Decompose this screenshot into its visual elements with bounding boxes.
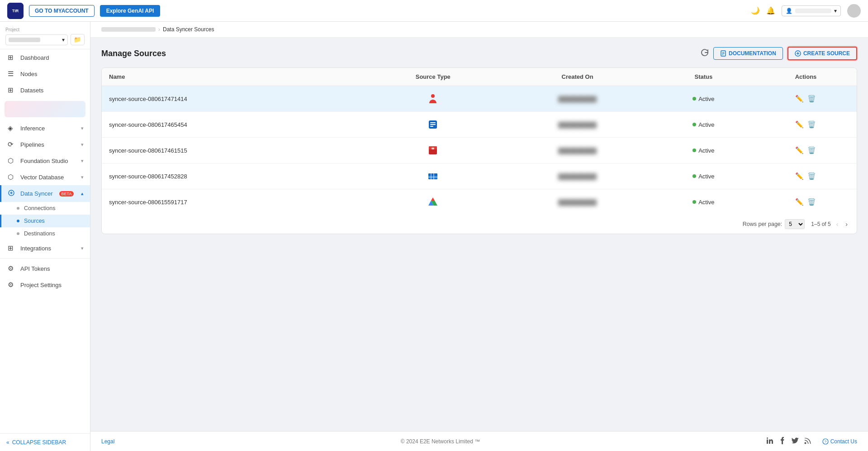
delete-source-button[interactable]: 🗑️ [807,172,816,180]
source-type-icon [363,138,503,163]
source-status: Active [652,189,755,215]
sidebar-item-vector-database[interactable]: ⬡ Vector Database ▾ [0,169,90,185]
legal-link[interactable]: Legal [101,438,114,445]
sidebar: Project ▾ 📁 ⊞ Dashboard ☰ Nodes ⊞ Datase… [0,22,90,451]
delete-source-button[interactable]: 🗑️ [807,198,816,206]
source-status: Active [652,138,755,163]
svg-point-29 [767,437,768,439]
svg-rect-12 [430,122,436,123]
delete-source-button[interactable]: 🗑️ [807,95,816,103]
datasets-icon: ⊞ [8,86,16,94]
chevron-down-icon: ▾ [81,174,84,180]
delete-source-button[interactable]: 🗑️ [807,146,816,154]
breadcrumb-parent-link[interactable] [101,27,156,32]
table-row: syncer-source-080617452828 ██████████ Ac… [102,163,857,189]
sidebar-item-api-tokens[interactable]: ⚙ API Tokens [0,260,90,277]
topnav-right: 🌙 🔔 👤 ▾ [751,4,861,18]
table-row: syncer-source-080617465454 ██████████ Ac… [102,112,857,138]
user-icon: 👤 [786,8,792,14]
sidebar-item-datasets[interactable]: ⊞ Datasets [0,82,90,98]
collapse-sidebar-button[interactable]: « COLLAPSE SIDEBAR [0,433,90,451]
topnav-left: TIR GO TO MYACCOUNT Explore GenAI API [7,3,160,19]
sidebar-item-nodes[interactable]: ☰ Nodes [0,66,90,82]
twitter-icon[interactable] [792,437,799,446]
source-actions: ✏️ 🗑️ [755,189,857,215]
chevron-down-icon: ▾ [81,142,84,148]
page-title: Manage Sources [101,49,166,58]
collapse-icon: « [6,439,9,446]
project-select-wrap: Project ▾ 📁 [0,22,90,49]
sidebar-item-integrations[interactable]: ⊞ Integrations ▾ [0,240,90,256]
chevron-down-icon: ▾ [81,158,84,164]
collapse-label: COLLAPSE SIDEBAR [12,439,66,446]
svg-rect-13 [430,124,436,125]
prev-page-button[interactable]: ‹ [835,220,840,229]
sidebar-item-dashboard[interactable]: ⊞ Dashboard [0,49,90,66]
svg-rect-14 [430,126,433,127]
linkedin-icon[interactable] [766,437,773,446]
edit-source-button[interactable]: ✏️ [795,172,804,180]
sidebar-item-label: Project Settings [20,282,62,288]
source-created-on: ██████████ [503,86,652,112]
go-to-myaccount-button[interactable]: GO TO MYACCOUNT [29,5,95,17]
theme-toggle-button[interactable]: 🌙 [751,6,760,15]
svg-point-10 [431,94,435,98]
project-folder-button[interactable]: 📁 [71,34,85,45]
source-status: Active [652,112,755,138]
rows-per-page-select[interactable]: 5 10 25 [785,219,805,229]
sidebar-item-label: Pipelines [20,141,44,148]
source-name: syncer-source-080617471414 [102,86,363,112]
subitem-label: Destinations [24,230,55,237]
edit-source-button[interactable]: ✏️ [795,95,804,103]
source-created-on: ██████████ [503,163,652,189]
refresh-button[interactable] [701,48,709,58]
col-actions: Actions [755,68,857,86]
next-page-button[interactable]: › [844,220,849,229]
upgrade-banner[interactable] [5,101,85,117]
edit-source-button[interactable]: ✏️ [795,146,804,154]
sidebar-subitem-sources[interactable]: Sources [0,215,90,227]
user-account-select[interactable]: 👤 ▾ [782,5,841,16]
user-label [795,9,831,13]
sidebar-item-data-syncer[interactable]: Data Syncer BETA ▴ [0,185,90,202]
sources-table-container: Name Source Type Created On Status Actio… [101,67,857,234]
sidebar-subitem-connections[interactable]: Connections [0,202,90,215]
explore-genai-button[interactable]: Explore GenAI API [100,5,161,17]
table-row: syncer-source-080617461515 ██████████ Ac… [102,138,857,163]
create-source-button[interactable]: CREATE SOURCE [787,47,857,60]
sidebar-item-inference[interactable]: ◈ Inference ▾ [0,120,90,136]
contact-us-label: Contact Us [830,438,857,445]
avatar[interactable] [847,4,861,18]
logo: TIR [7,3,24,19]
documentation-button[interactable]: DOCUMENTATION [713,47,783,60]
sidebar-item-label: Nodes [20,71,38,77]
facebook-icon[interactable] [779,437,786,446]
dropdown-arrow-icon: ▾ [834,8,837,14]
sub-dot-active-icon [17,220,19,222]
logo-icon: TIR [7,3,24,19]
contact-us-link[interactable]: ? Contact Us [822,438,857,445]
notifications-button[interactable]: 🔔 [766,6,775,15]
source-actions: ✏️ 🗑️ [755,112,857,138]
sidebar-subitem-destinations[interactable]: Destinations [0,227,90,240]
sidebar-item-label: API Tokens [20,265,50,272]
chevron-down-icon: ▾ [81,125,84,131]
data-syncer-icon [8,189,16,198]
edit-source-button[interactable]: ✏️ [795,198,804,206]
social-links [766,437,811,446]
svg-text:TIR: TIR [12,9,19,13]
edit-source-button[interactable]: ✏️ [795,120,804,129]
rss-icon[interactable] [804,437,811,446]
project-dropdown[interactable]: ▾ [5,34,68,45]
delete-source-button[interactable]: 🗑️ [807,120,816,129]
col-created-on: Created On [503,68,652,86]
source-type-icon [363,86,503,112]
source-name: syncer-source-080615591717 [102,189,363,215]
project-select: ▾ 📁 [5,34,85,45]
breadcrumb: › Data Syncer Sources [90,22,868,38]
topnav: TIR GO TO MYACCOUNT Explore GenAI API 🌙 … [0,0,868,22]
sidebar-item-project-settings[interactable]: ⚙ Project Settings [0,277,90,293]
sidebar-item-foundation-studio[interactable]: ⬡ Foundation Studio ▾ [0,153,90,169]
breadcrumb-separator: › [158,26,160,33]
sidebar-item-pipelines[interactable]: ⟳ Pipelines ▾ [0,136,90,153]
